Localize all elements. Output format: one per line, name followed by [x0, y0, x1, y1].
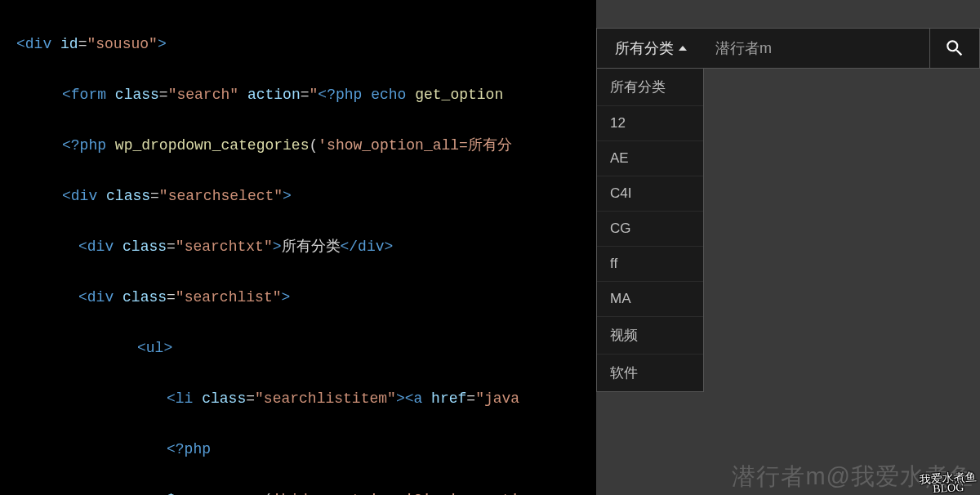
search-button[interactable]: [929, 28, 980, 69]
dropdown-item[interactable]: 所有分类: [597, 69, 703, 105]
dropdown-item[interactable]: MA: [597, 281, 703, 316]
preview-panel: 所有分类 潜行者m 所有分类 12 AE C4I CG ff MA 视频 软件 …: [596, 0, 980, 495]
dropdown-item[interactable]: CG: [597, 211, 703, 246]
blog-stamp: 我爱水煮鱼 BLOG: [919, 472, 977, 495]
search-bar: 所有分类 潜行者m: [596, 28, 980, 69]
dropdown-item[interactable]: AE: [597, 140, 703, 176]
search-input-value: 潜行者m: [715, 38, 772, 58]
dropdown-item[interactable]: ff: [597, 246, 703, 281]
category-select-button[interactable]: 所有分类: [596, 28, 704, 69]
category-dropdown: 所有分类 12 AE C4I CG ff MA 视频 软件: [596, 69, 704, 392]
dropdown-item[interactable]: 视频: [597, 316, 703, 354]
dropdown-item[interactable]: 软件: [597, 354, 703, 391]
dropdown-item[interactable]: 12: [597, 105, 703, 140]
search-icon: [944, 38, 965, 59]
code-editor[interactable]: <div id="sousuo"> <form class="search" a…: [0, 0, 596, 495]
category-select-label: 所有分类: [615, 38, 674, 58]
search-input[interactable]: 潜行者m: [704, 28, 929, 69]
caret-up-icon: [679, 46, 687, 51]
dropdown-item[interactable]: C4I: [597, 176, 703, 211]
